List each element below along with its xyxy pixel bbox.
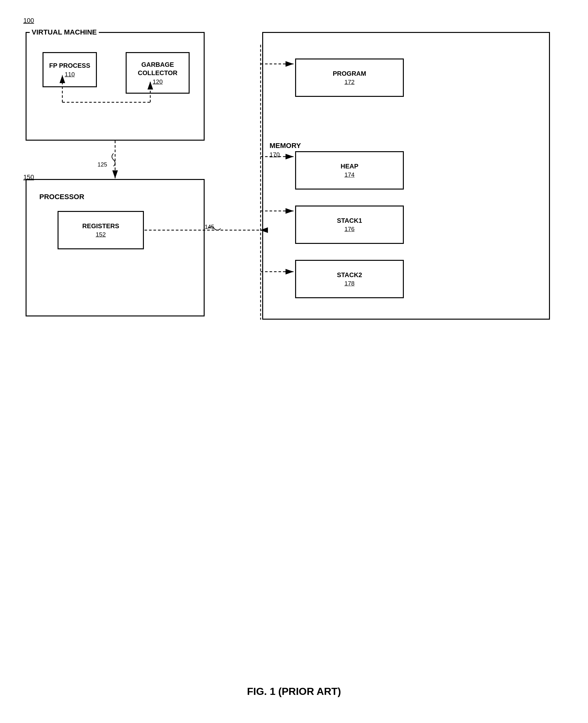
arrow-label-125: 125 xyxy=(98,162,107,168)
heap-label: HEAP xyxy=(340,163,358,170)
gc-label: GARBAGECOLLECTOR xyxy=(138,60,177,77)
program-number: 172 xyxy=(344,79,355,86)
memory-label: MEMORY xyxy=(270,142,301,150)
processor-number: 150 xyxy=(23,174,34,181)
fp-number: 110 xyxy=(65,71,75,78)
heap-box: HEAP 174 xyxy=(295,151,404,190)
stack1-number: 176 xyxy=(344,226,355,233)
figure-caption: FIG. 1 (PRIOR ART) xyxy=(0,686,588,697)
registers-label: REGISTERS xyxy=(82,222,119,230)
virtual-machine-box: 100 VIRTUAL MACHINE FP PROCESS 110 GARBA… xyxy=(26,32,205,141)
memory-number: 170 xyxy=(270,151,280,158)
heap-number: 174 xyxy=(344,171,355,178)
stack2-number: 178 xyxy=(344,280,355,287)
gc-number: 120 xyxy=(152,78,163,85)
stack2-box: STACK2 178 xyxy=(295,260,404,298)
stack1-label: STACK1 xyxy=(337,217,362,225)
stack2-label: STACK2 xyxy=(337,271,362,279)
arrow-label-145: 145 xyxy=(205,224,214,231)
diagram-area: 100 VIRTUAL MACHINE FP PROCESS 110 GARBA… xyxy=(19,19,569,562)
registers-box: REGISTERS 152 xyxy=(58,211,144,249)
processor-label: PROCESSOR xyxy=(39,193,84,201)
gc-box: GARBAGECOLLECTOR 120 xyxy=(126,52,190,94)
vm-number: 100 xyxy=(23,17,34,24)
program-label: PROGRAM xyxy=(333,70,366,77)
program-box: PROGRAM 172 xyxy=(295,59,404,97)
fp-label: FP PROCESS xyxy=(49,61,90,70)
fp-process-box: FP PROCESS 110 xyxy=(43,52,97,87)
vm-label: VIRTUAL MACHINE xyxy=(30,28,99,37)
registers-number: 152 xyxy=(96,231,106,238)
stack1-box: STACK1 176 xyxy=(295,206,404,244)
memory-box: MEMORY 170 PROGRAM 172 HEAP 174 STACK1 1… xyxy=(262,32,550,320)
